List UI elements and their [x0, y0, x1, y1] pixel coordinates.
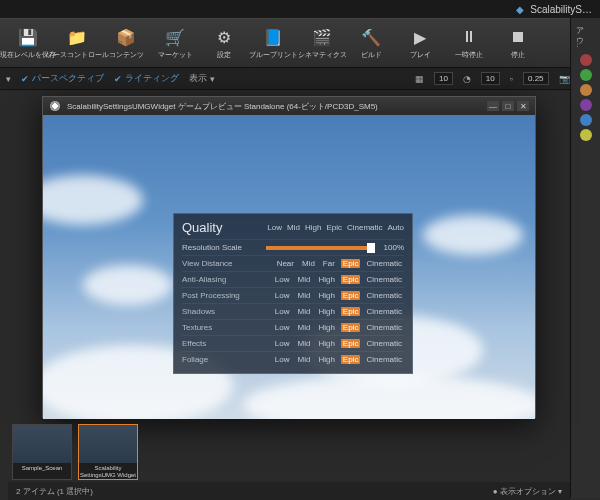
perspective-button[interactable]: ✔ パースペクティブ — [21, 72, 104, 85]
toolbar-label: 停止 — [511, 50, 525, 60]
quality-preset-auto[interactable]: Auto — [388, 223, 404, 232]
quality-option-epic[interactable]: Epic — [341, 291, 361, 300]
quality-option-cinematic[interactable]: Cinematic — [364, 355, 404, 364]
toolbar-label: マーケット — [158, 50, 193, 60]
quality-row-textures: TexturesLowMidHighEpicCinematic — [182, 319, 404, 335]
asset-label: Scalability SettingsUMG Widget — [79, 465, 137, 478]
toolbar-ソースコントロール-button[interactable]: 📁ソースコントロール — [53, 20, 101, 66]
toolbar-ビルド-button[interactable]: 🔨ビルド — [347, 20, 395, 66]
toolbar-コンテンツ-button[interactable]: 📦コンテンツ — [102, 20, 150, 66]
color-swatch[interactable] — [580, 99, 592, 111]
quality-option-near[interactable]: Near — [275, 259, 296, 268]
quality-option-low[interactable]: Low — [273, 291, 292, 300]
quality-option-low[interactable]: Low — [273, 355, 292, 364]
quality-option-low[interactable]: Low — [273, 275, 292, 284]
quality-option-mid[interactable]: Mid — [296, 307, 313, 316]
toolbar-icon: ▶ — [409, 26, 431, 48]
quality-option-cinematic[interactable]: Cinematic — [364, 307, 404, 316]
viewport-menu-button[interactable]: ▾ — [6, 74, 11, 84]
quality-option-low[interactable]: Low — [273, 323, 292, 332]
quality-preset-row: LowMidHighEpicCinematicAuto — [262, 223, 404, 232]
show-button[interactable]: 表示 ▾ — [189, 72, 215, 85]
toolbar-icon: 🛒 — [164, 26, 186, 48]
main-toolbar: 💾現在レベルを保存📁ソースコントロール📦コンテンツ🛒マーケット⚙設定📘ブループリ… — [0, 18, 600, 68]
quality-option-low[interactable]: Low — [273, 339, 292, 348]
quality-option-epic[interactable]: Epic — [341, 259, 361, 268]
scale-icon[interactable]: ▫ — [510, 74, 513, 84]
quality-row-label: Anti-Aliasing — [182, 275, 262, 284]
view-options-button[interactable]: ● 表示オプション ▾ — [493, 486, 562, 497]
toolbar-ブループリント-button[interactable]: 📘ブループリント — [249, 20, 297, 66]
ue-logo-icon — [49, 100, 61, 112]
color-swatch[interactable] — [580, 84, 592, 96]
preview-titlebar[interactable]: ScalabilitySettingsUMGWidget ゲームプレビュー St… — [43, 97, 535, 115]
quality-preset-high[interactable]: High — [305, 223, 321, 232]
toolbar-マーケット-button[interactable]: 🛒マーケット — [151, 20, 199, 66]
quality-row-label: Textures — [182, 323, 262, 332]
quality-row-label: Post Processing — [182, 291, 262, 300]
toolbar-設定-button[interactable]: ⚙設定 — [200, 20, 248, 66]
minimize-button[interactable]: — — [487, 101, 499, 111]
quality-option-cinematic[interactable]: Cinematic — [364, 323, 404, 332]
toolbar-プレイ-button[interactable]: ▶プレイ — [396, 20, 444, 66]
quality-option-low[interactable]: Low — [273, 307, 292, 316]
quality-preset-cinematic[interactable]: Cinematic — [347, 223, 383, 232]
asset-thumb[interactable]: Scalability SettingsUMG Widget — [78, 424, 138, 480]
top-menubar: ◆ ScalabilityS… — [0, 0, 600, 18]
quality-option-mid[interactable]: Mid — [296, 275, 313, 284]
quality-option-mid[interactable]: Mid — [296, 339, 313, 348]
quality-option-mid[interactable]: Mid — [296, 323, 313, 332]
color-swatch[interactable] — [580, 129, 592, 141]
quality-option-epic[interactable]: Epic — [341, 307, 361, 316]
quality-row-foliage: FoliageLowMidHighEpicCinematic — [182, 351, 404, 367]
toolbar-label: 設定 — [217, 50, 231, 60]
quality-option-high[interactable]: High — [316, 307, 336, 316]
game-viewport[interactable]: Quality LowMidHighEpicCinematicAuto Reso… — [43, 115, 535, 419]
toolbar-icon: 🎬 — [311, 26, 333, 48]
quality-option-high[interactable]: High — [316, 291, 336, 300]
quality-option-epic[interactable]: Epic — [341, 323, 361, 332]
quality-option-mid[interactable]: Mid — [296, 291, 313, 300]
quality-option-epic[interactable]: Epic — [341, 355, 361, 364]
toolbar-停止-button[interactable]: ⏹停止 — [494, 20, 542, 66]
quality-option-epic[interactable]: Epic — [341, 339, 361, 348]
quality-panel: Quality LowMidHighEpicCinematicAuto Reso… — [173, 213, 413, 374]
close-button[interactable]: ✕ — [517, 101, 529, 111]
maximize-button[interactable]: □ — [502, 101, 514, 111]
quality-preset-mid[interactable]: Mid — [287, 223, 300, 232]
quality-row-shadows: ShadowsLowMidHighEpicCinematic — [182, 303, 404, 319]
quality-option-cinematic[interactable]: Cinematic — [364, 275, 404, 284]
snap-scale[interactable]: 0.25 — [523, 72, 549, 85]
quality-option-cinematic[interactable]: Cinematic — [364, 291, 404, 300]
quality-option-high[interactable]: High — [316, 323, 336, 332]
snap-angle[interactable]: 10 — [481, 72, 500, 85]
color-swatch[interactable] — [580, 114, 592, 126]
quality-option-cinematic[interactable]: Cinematic — [364, 259, 404, 268]
quality-preset-low[interactable]: Low — [267, 223, 282, 232]
color-swatch[interactable] — [580, 69, 592, 81]
quality-preset-epic[interactable]: Epic — [326, 223, 342, 232]
toolbar-label: ブループリント — [249, 50, 298, 60]
color-swatch[interactable] — [580, 54, 592, 66]
asset-thumb[interactable]: Sample_Scean — [12, 424, 72, 480]
quality-option-far[interactable]: Far — [321, 259, 337, 268]
quality-option-epic[interactable]: Epic — [341, 275, 361, 284]
quality-option-high[interactable]: High — [316, 339, 336, 348]
toolbar-icon: ⏸ — [458, 26, 480, 48]
quality-row-anti-aliasing: Anti-AliasingLowMidHighEpicCinematic — [182, 271, 404, 287]
toolbar-一時停止-button[interactable]: ⏸一時停止 — [445, 20, 493, 66]
outliner-tab[interactable]: アウ… — [573, 22, 584, 48]
quality-option-high[interactable]: High — [316, 275, 336, 284]
grid-icon[interactable]: ▦ — [415, 74, 424, 84]
quality-option-cinematic[interactable]: Cinematic — [364, 339, 404, 348]
lighting-button[interactable]: ✔ ライティング — [114, 72, 179, 85]
snap-grid[interactable]: 10 — [434, 72, 453, 85]
quality-option-mid[interactable]: Mid — [300, 259, 317, 268]
quality-title: Quality — [182, 220, 262, 235]
toolbar-シネマティクス-button[interactable]: 🎬シネマティクス — [298, 20, 346, 66]
quality-option-high[interactable]: High — [316, 355, 336, 364]
resolution-scale-slider[interactable] — [266, 246, 372, 250]
camera-icon[interactable]: 📷 — [559, 74, 570, 84]
angle-icon[interactable]: ◔ — [463, 74, 471, 84]
quality-option-mid[interactable]: Mid — [296, 355, 313, 364]
